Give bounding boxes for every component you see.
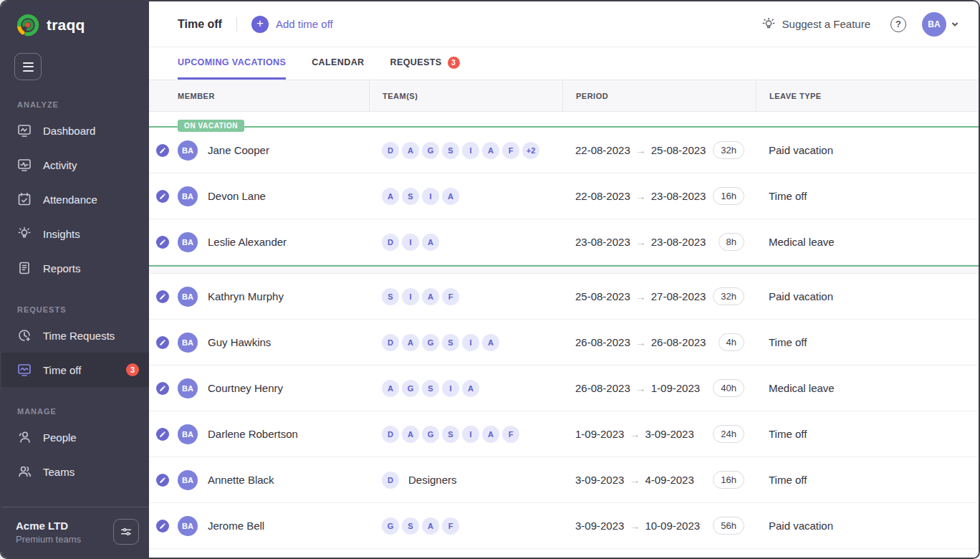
- sidebar-item-label: Time off: [43, 364, 81, 376]
- table-row[interactable]: BA Guy Hawkins DAGSIA 26-08-2023 → 26-08…: [149, 320, 979, 366]
- team-chip[interactable]: S: [382, 288, 399, 305]
- team-chips: DAGSIAF+2: [369, 142, 562, 159]
- nav-section-manage: MANAGE: [17, 407, 149, 416]
- team-chip[interactable]: A: [422, 234, 439, 251]
- group-separator: [149, 267, 979, 274]
- company-settings-button[interactable]: [113, 519, 139, 545]
- team-chip[interactable]: I: [462, 334, 479, 351]
- sidebar-item-attendance[interactable]: Attendance: [1, 182, 149, 216]
- tab-label: REQUESTS: [390, 57, 442, 67]
- collapse-menu-button[interactable]: [14, 53, 42, 80]
- team-chip[interactable]: A: [482, 334, 499, 351]
- table-row[interactable]: BA Jerome Bell GSAF 3-09-2023 → 10-09-20…: [149, 503, 979, 549]
- team-chip[interactable]: I: [402, 234, 419, 251]
- user-menu[interactable]: BA: [922, 12, 959, 37]
- table-row[interactable]: BA Courtney Henry AGSIA 26-08-2023 → 1-0…: [149, 366, 979, 411]
- team-chip[interactable]: S: [442, 334, 459, 351]
- help-icon[interactable]: ?: [890, 16, 906, 32]
- leave-type: Paid vacation: [756, 290, 979, 302]
- edit-icon[interactable]: [156, 236, 169, 249]
- team-chip[interactable]: S: [402, 188, 419, 205]
- team-chip[interactable]: A: [402, 142, 419, 159]
- table-row[interactable]: BA Annette Black DDesigners 3-09-2023 → …: [149, 457, 979, 503]
- team-chip[interactable]: G: [422, 334, 439, 351]
- team-chip[interactable]: S: [442, 142, 459, 159]
- edit-icon[interactable]: [156, 428, 169, 441]
- topbar: Time off + Add time off Suggest a Featur…: [149, 1, 979, 47]
- table-row[interactable]: BA Devon Lane ASIA 22-08-2023 → 23-08-20…: [149, 173, 979, 219]
- team-chip[interactable]: A: [422, 288, 439, 305]
- sidebar-item-label: Dashboard: [43, 125, 95, 137]
- on-vacation-group: ON VACATION BA Jane Cooper DAGSIAF+2 22-…: [149, 112, 979, 267]
- team-chip[interactable]: D: [382, 142, 399, 159]
- sidebar-item-teams[interactable]: Teams: [1, 454, 149, 489]
- period-end: 10-09-2023: [645, 520, 700, 532]
- team-chip[interactable]: A: [382, 380, 399, 397]
- sidebar-item-activity[interactable]: Activity: [1, 148, 149, 182]
- team-chip[interactable]: A: [402, 334, 419, 351]
- on-vacation-group-header: ON VACATION: [149, 112, 979, 128]
- sidebar-item-reports[interactable]: Reports: [1, 251, 149, 285]
- team-chip[interactable]: A: [422, 517, 439, 535]
- team-chip[interactable]: I: [442, 380, 459, 397]
- leave-type: Time off: [756, 336, 979, 348]
- team-chip[interactable]: S: [422, 380, 439, 397]
- team-chip[interactable]: A: [382, 188, 399, 205]
- team-chip[interactable]: G: [402, 380, 419, 397]
- leave-type: Time off: [756, 474, 979, 486]
- team-chip[interactable]: D: [382, 426, 399, 443]
- suggest-feature-button[interactable]: Suggest a Feature: [762, 17, 870, 32]
- team-chip[interactable]: D: [382, 472, 399, 489]
- team-chip[interactable]: A: [442, 188, 459, 205]
- team-chip[interactable]: A: [482, 426, 499, 443]
- sidebar-item-time-requests[interactable]: Time Requests: [1, 318, 149, 353]
- team-chips: ASIA: [369, 188, 562, 205]
- arrow-right-icon: →: [629, 428, 640, 440]
- member-name: Jerome Bell: [208, 520, 264, 532]
- tab-upcoming-vacations[interactable]: UPCOMING VACATIONS: [178, 47, 286, 80]
- team-chip[interactable]: D: [382, 334, 399, 351]
- edit-icon[interactable]: [156, 144, 169, 157]
- team-chip[interactable]: I: [462, 142, 479, 159]
- table-row[interactable]: BA Jane Cooper DAGSIAF+2 22-08-2023 → 25…: [149, 128, 979, 173]
- tab-calendar[interactable]: CALENDAR: [312, 47, 364, 80]
- edit-icon[interactable]: [156, 520, 169, 532]
- tab-requests[interactable]: REQUESTS 3: [390, 47, 460, 80]
- team-chip[interactable]: I: [402, 288, 419, 305]
- team-chip[interactable]: S: [402, 517, 419, 535]
- edit-icon[interactable]: [156, 336, 169, 349]
- team-chip[interactable]: F: [442, 517, 459, 535]
- leave-type: Paid vacation: [756, 520, 979, 532]
- team-chip[interactable]: S: [442, 426, 459, 443]
- team-chips: DIA: [369, 234, 562, 251]
- user-avatar: BA: [922, 12, 946, 37]
- team-chip[interactable]: G: [422, 142, 439, 159]
- team-chip[interactable]: +2: [522, 142, 539, 159]
- team-chip[interactable]: F: [502, 426, 519, 443]
- edit-icon[interactable]: [156, 474, 169, 487]
- team-chip[interactable]: I: [422, 188, 439, 205]
- edit-icon[interactable]: [156, 290, 169, 303]
- team-chip[interactable]: F: [502, 142, 519, 159]
- sidebar-item-insights[interactable]: Insights: [1, 216, 149, 251]
- team-chip[interactable]: A: [402, 426, 419, 443]
- team-chip[interactable]: D: [382, 234, 399, 251]
- edit-icon[interactable]: [156, 382, 169, 395]
- team-chip[interactable]: G: [382, 517, 399, 535]
- table-row[interactable]: BA Kathryn Murphy SIAF 25-08-2023 → 27-0…: [149, 274, 979, 320]
- sidebar-item-time-off[interactable]: Time off 3: [1, 353, 149, 387]
- table-row[interactable]: BA Leslie Alexander DIA 23-08-2023 → 23-…: [149, 219, 979, 265]
- team-chip[interactable]: I: [462, 426, 479, 443]
- team-chip[interactable]: A: [482, 142, 499, 159]
- sidebar-item-dashboard[interactable]: Dashboard: [1, 113, 149, 148]
- team-chip[interactable]: G: [422, 426, 439, 443]
- table-row[interactable]: BA Darlene Robertson DAGSIAF 1-09-2023 →…: [149, 411, 979, 457]
- team-chip[interactable]: F: [442, 288, 459, 305]
- add-time-off-button[interactable]: + Add time off: [251, 16, 333, 33]
- edit-icon[interactable]: [156, 190, 169, 203]
- period-end: 1-09-2023: [651, 382, 700, 394]
- tab-label: CALENDAR: [312, 57, 364, 67]
- team-chip[interactable]: A: [462, 380, 479, 397]
- sidebar-item-people[interactable]: People: [1, 420, 149, 454]
- team-chips: DDesigners: [369, 472, 562, 489]
